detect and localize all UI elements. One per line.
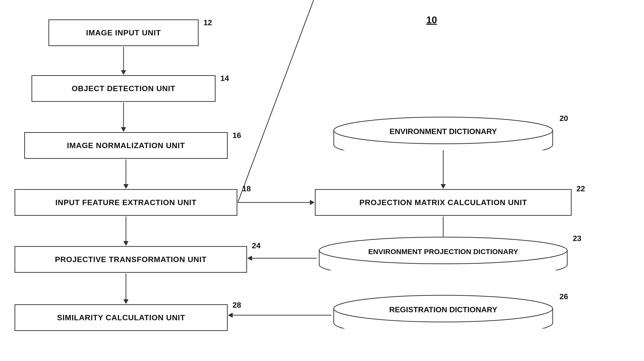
projective-transformation-label: PROJECTIVE TRANSFORMATION UNIT (55, 255, 207, 264)
image-normalization-box: IMAGE NORMALIZATION UNIT (24, 132, 228, 159)
svg-marker-9 (124, 299, 128, 304)
object-detection-box: OBJECT DETECTION UNIT (32, 75, 216, 102)
registration-dictionary-ref: 26 (560, 292, 568, 301)
similarity-calculation-ref: 28 (232, 301, 241, 310)
projection-matrix-ref: 22 (576, 184, 585, 193)
projection-matrix-box: PROJECTION MATRIX CALCULATION UNIT (315, 189, 572, 216)
image-normalization-ref: 16 (232, 131, 241, 140)
svg-marker-18 (248, 256, 252, 261)
input-feature-ref: 18 (242, 184, 251, 193)
image-input-label: IMAGE INPUT UNIT (86, 28, 161, 37)
object-detection-label: OBJECT DETECTION UNIT (72, 84, 175, 93)
environment-dictionary-ref: 20 (560, 114, 568, 123)
svg-marker-11 (441, 184, 446, 189)
input-feature-box: INPUT FEATURE EXTRACTION UNIT (14, 189, 237, 216)
svg-marker-14 (310, 200, 314, 205)
svg-text:REGISTRATION DICTIONARY: REGISTRATION DICTIONARY (389, 305, 497, 314)
svg-marker-7 (124, 241, 128, 246)
environment-dictionary-cylinder: ENVIRONMENT DICTIONARY (332, 116, 555, 150)
environment-projection-cylinder: ENVIRONMENT PROJECTION DICTIONARY (317, 236, 569, 270)
diagram: IMAGE INPUT UNIT 12 OBJECT DETECTION UNI… (0, 0, 644, 361)
registration-dictionary-cylinder: REGISTRATION DICTIONARY (332, 294, 555, 328)
projection-matrix-label: PROJECTION MATRIX CALCULATION UNIT (360, 198, 527, 207)
image-normalization-label: IMAGE NORMALIZATION UNIT (67, 141, 185, 150)
svg-text:ENVIRONMENT DICTIONARY: ENVIRONMENT DICTIONARY (390, 127, 497, 136)
svg-marker-20 (228, 313, 232, 318)
svg-marker-3 (121, 127, 126, 132)
svg-line-12 (238, 0, 314, 202)
image-input-box: IMAGE INPUT UNIT (48, 20, 198, 46)
svg-text:ENVIRONMENT PROJECTION DICTION: ENVIRONMENT PROJECTION DICTIONARY (368, 247, 518, 255)
diagram-title: 10 (426, 15, 437, 26)
svg-marker-1 (121, 70, 126, 75)
projective-transformation-ref: 24 (252, 241, 260, 250)
object-detection-ref: 14 (220, 74, 229, 83)
similarity-calculation-label: SIMILARITY CALCULATION UNIT (57, 313, 185, 322)
similarity-calculation-box: SIMILARITY CALCULATION UNIT (14, 304, 228, 331)
projective-transformation-box: PROJECTIVE TRANSFORMATION UNIT (14, 246, 247, 273)
environment-projection-ref: 23 (573, 234, 582, 243)
svg-marker-5 (124, 184, 128, 189)
image-input-ref: 12 (204, 18, 212, 27)
input-feature-label: INPUT FEATURE EXTRACTION UNIT (55, 198, 196, 207)
